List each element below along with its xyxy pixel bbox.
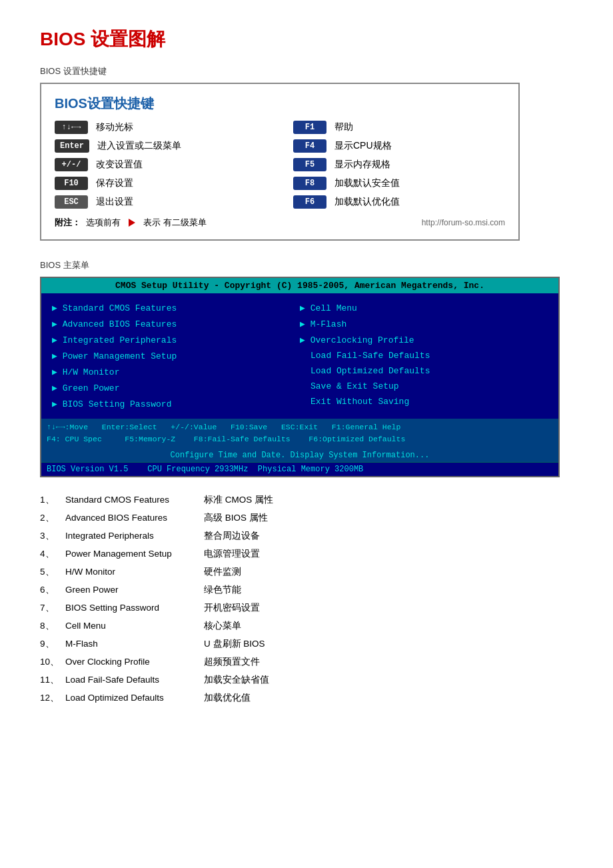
bios-item-optimized[interactable]: Load Optimized Defaults xyxy=(300,363,548,379)
desc-item-3: 3、 Integrated Peripherals 整合周边设备 xyxy=(40,527,573,545)
section1-label: BIOS 设置快捷键 xyxy=(40,65,573,77)
shortcut-keys-box: BIOS设置快捷键 ↑↓←→ 移动光标 F1 帮助 Enter 进入设置或二级菜… xyxy=(40,83,520,241)
note-text: 选项前有 xyxy=(86,217,121,229)
shortcut-url: http://forum-so.msi.com xyxy=(422,218,505,227)
desc-item-1: 1、 Standard CMOS Features 标准 CMOS 属性 xyxy=(40,491,573,509)
key-esc: ESC xyxy=(55,195,88,209)
desc-item-5: 5、 H/W Monitor 硬件监测 xyxy=(40,563,573,581)
key-f5: F5 xyxy=(293,158,326,171)
desc-item-8: 8、 Cell Menu 核心菜单 xyxy=(40,617,573,635)
bios-footer-line1: ↑↓←→:Move Enter:Select +/-/:Value F10:Sa… xyxy=(47,421,553,433)
bios-version-text: BIOS Version V1.5 CPU Frequency 2933MHz … xyxy=(47,465,363,474)
shortcut-desc-arrows: 移动光标 xyxy=(96,121,133,133)
key-f6: F6 xyxy=(293,195,326,209)
desc-item-7: 7、 BIOS Setting Password 开机密码设置 xyxy=(40,599,573,617)
bios-item-fail-safe[interactable]: Load Fail-Safe Defaults xyxy=(300,348,548,363)
note-prefix: 附注： xyxy=(55,217,81,229)
shortcut-grid: ↑↓←→ 移动光标 F1 帮助 Enter 进入设置或二级菜单 F4 显示CPU… xyxy=(55,121,505,209)
shortcut-row-enter: Enter 进入设置或二级菜单 xyxy=(55,139,267,153)
description-list: 1、 Standard CMOS Features 标准 CMOS 属性 2、 … xyxy=(40,491,573,707)
desc-item-11: 11、 Load Fail-Safe Defaults 加载安全缺省值 xyxy=(40,671,573,689)
bios-item-power[interactable]: Power Management Setup xyxy=(52,348,300,364)
key-f1: F1 xyxy=(293,121,326,134)
shortcut-desc-esc: 退出设置 xyxy=(96,196,133,208)
key-f8: F8 xyxy=(293,177,326,190)
shortcut-desc-f6: 加载默认优化值 xyxy=(334,196,400,208)
shortcut-row-arrows: ↑↓←→ 移动光标 xyxy=(55,121,267,134)
shortcut-desc-enter: 进入设置或二级菜单 xyxy=(97,140,181,152)
triangle-icon xyxy=(129,219,135,227)
bios-item-greenpower[interactable]: Green Power xyxy=(52,380,300,396)
shortcut-note: 附注： 选项前有 表示 有二级菜单 http://forum-so.msi.co… xyxy=(55,217,505,229)
desc-item-2: 2、 Advanced BIOS Features 高级 BIOS 属性 xyxy=(40,509,573,527)
shortcut-row-f8: F8 加载默认安全值 xyxy=(293,177,505,190)
bios-footer: ↑↓←→:Move Enter:Select +/-/:Value F10:Sa… xyxy=(41,419,558,449)
key-arrows: ↑↓←→ xyxy=(55,121,88,134)
bios-right-col: Cell Menu M-Flash Overclocking Profile L… xyxy=(300,300,548,412)
bios-item-biospassword[interactable]: BIOS Setting Password xyxy=(52,396,300,412)
bios-item-cellmenu[interactable]: Cell Menu xyxy=(300,300,548,316)
bios-main-screen: CMOS Setup Utility - Copyright (C) 1985-… xyxy=(40,277,560,477)
shortcut-row-f1: F1 帮助 xyxy=(293,121,505,134)
shortcut-row-f5: F5 显示内存规格 xyxy=(293,158,505,171)
shortcut-row-esc: ESC 退出设置 xyxy=(55,195,267,209)
page-title: BIOS 设置图解 xyxy=(40,27,573,52)
bios-item-save-exit[interactable]: Save & Exit Setup xyxy=(300,379,548,394)
bios-screen-header: CMOS Setup Utility - Copyright (C) 1985-… xyxy=(41,278,558,293)
note-suffix: 表示 有二级菜单 xyxy=(143,217,207,229)
bios-item-standard-cmos[interactable]: Standard CMOS Features xyxy=(52,300,300,316)
key-f10: F10 xyxy=(55,177,88,190)
bios-status-bar: Configure Time and Date. Display System … xyxy=(41,449,558,462)
bios-footer-line2: F4: CPU Spec F5:Memory-Z F8:Fail-Safe De… xyxy=(47,433,553,445)
bios-item-advanced-bios[interactable]: Advanced BIOS Features xyxy=(52,316,300,332)
bios-item-mflash[interactable]: M-Flash xyxy=(300,316,548,332)
shortcut-row-f4: F4 显示CPU规格 xyxy=(293,139,505,153)
shortcut-desc-plusminus: 改变设置值 xyxy=(96,159,143,171)
shortcut-row-f6: F6 加载默认优化值 xyxy=(293,195,505,209)
key-plusminus: +/-/ xyxy=(55,158,88,171)
bios-version-bar: BIOS Version V1.5 CPU Frequency 2933MHz … xyxy=(41,462,558,476)
key-f4: F4 xyxy=(293,139,326,153)
shortcut-desc-f4: 显示CPU规格 xyxy=(334,140,392,152)
shortcut-desc-f10: 保存设置 xyxy=(96,177,133,189)
shortcut-desc-f1: 帮助 xyxy=(334,121,353,133)
desc-item-12: 12、 Load Optimized Defaults 加载优化值 xyxy=(40,689,573,707)
bios-item-oc-profile[interactable]: Overclocking Profile xyxy=(300,332,548,348)
bios-menu-content: Standard CMOS Features Advanced BIOS Fea… xyxy=(41,293,558,419)
shortcut-row-plusminus: +/-/ 改变设置值 xyxy=(55,158,267,171)
desc-item-4: 4、 Power Management Setup 电源管理设置 xyxy=(40,545,573,563)
shortcut-desc-f5: 显示内存规格 xyxy=(334,159,390,171)
shortcut-desc-f8: 加载默认安全值 xyxy=(334,177,400,189)
bios-item-exit-nosave[interactable]: Exit Without Saving xyxy=(300,394,548,409)
key-enter: Enter xyxy=(55,139,89,153)
bios-left-col: Standard CMOS Features Advanced BIOS Fea… xyxy=(52,300,300,412)
desc-item-10: 10、 Over Clocking Profile 超频预置文件 xyxy=(40,653,573,671)
desc-item-9: 9、 M-Flash U 盘刷新 BIOS xyxy=(40,635,573,653)
shortcut-title: BIOS设置快捷键 xyxy=(55,95,505,113)
section2-label: BIOS 主菜单 xyxy=(40,259,573,271)
shortcut-row-f10: F10 保存设置 xyxy=(55,177,267,190)
bios-item-hwmonitor[interactable]: H/W Monitor xyxy=(52,364,300,380)
bios-item-integrated[interactable]: Integrated Peripherals xyxy=(52,332,300,348)
desc-item-6: 6、 Green Power 绿色节能 xyxy=(40,581,573,599)
